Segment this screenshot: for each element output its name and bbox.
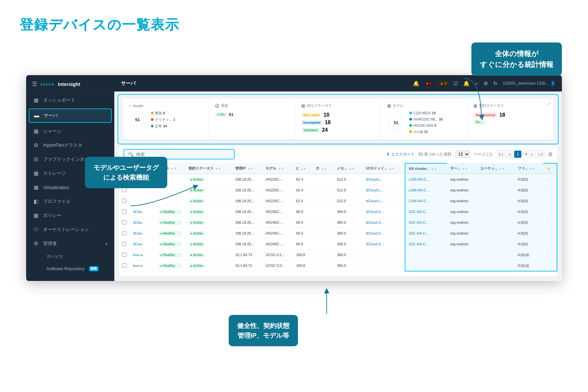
row-mem: 384.0 bbox=[334, 206, 362, 217]
sidebar-item-chassis[interactable]: ▦ シャーシ bbox=[26, 124, 114, 138]
row-dots[interactable]: ··· bbox=[543, 185, 557, 196]
row-model: HX220C-... bbox=[262, 185, 293, 196]
main-content: サーバ 🔔 ■ 1 ▲ 9 ☑ 🔔 ⌕ ⚙ ↻ 132631_sanomura … bbox=[114, 75, 562, 281]
column-settings-icon[interactable]: ⚙ bbox=[548, 151, 553, 157]
sidebar-item-label: ストレージ bbox=[43, 171, 66, 176]
next-page-btn[interactable]: ▷ bbox=[529, 151, 536, 158]
prev-page-btn[interactable]: ◁ bbox=[506, 151, 513, 158]
row-health: ●Healthy bbox=[155, 239, 185, 250]
per-page-select[interactable]: 13 25 50 bbox=[455, 151, 470, 158]
row-cpu: 60.0 bbox=[293, 217, 313, 228]
hcl-not-listed-tag: Not Listed bbox=[301, 113, 322, 118]
sidebar-item-server[interactable]: ▬ サーバ bbox=[29, 109, 111, 122]
data-table: 名前 ▲▼ ヘルス ▲▼ 契約ステータス ▲▼ 管理IP ▲▼ モデル ▲▼ C… bbox=[119, 163, 557, 271]
expand-icon[interactable]: ⤢ bbox=[547, 101, 551, 106]
col-ucs[interactable]: UCSドメイ... ▲▼ bbox=[363, 163, 405, 174]
row-checkbox[interactable] bbox=[119, 217, 130, 228]
first-page-btn[interactable]: |◁ bbox=[497, 151, 504, 158]
row-server bbox=[447, 260, 477, 271]
row-checkbox[interactable] bbox=[119, 206, 130, 217]
row-ucs bbox=[363, 250, 405, 260]
row-mem: 384.0 bbox=[334, 228, 362, 239]
sidebar-submenu-devices[interactable]: デバイス bbox=[43, 251, 114, 263]
sidebar-item-profiles[interactable]: ◧ プロファイル bbox=[26, 194, 114, 208]
software-repo-label: Software Repository bbox=[46, 266, 85, 271]
notification-badge-yellow: ▲ 9 bbox=[438, 81, 448, 86]
row-dots[interactable]: ··· bbox=[543, 228, 557, 239]
search-input[interactable] bbox=[136, 152, 230, 157]
sidebar-item-hyperflex[interactable]: ⚙ HyperFlexクラスタ bbox=[26, 138, 114, 152]
row-dots[interactable]: ··· bbox=[543, 239, 557, 250]
row-util bbox=[477, 196, 514, 206]
row-model: HX240C-... bbox=[262, 206, 293, 217]
row-mem: 384.0 bbox=[334, 250, 362, 260]
row-dots[interactable]: ··· bbox=[543, 174, 557, 185]
export-icon: ⬇ bbox=[386, 152, 390, 156]
sidebar-item-label: オーケストレーション bbox=[43, 227, 89, 233]
refresh-icon[interactable]: ↻ bbox=[493, 80, 498, 87]
row-checkbox[interactable] bbox=[119, 250, 130, 260]
row-checkbox[interactable] bbox=[119, 260, 130, 271]
row-time bbox=[313, 174, 334, 185]
model-total: 51 bbox=[390, 116, 402, 129]
row-time bbox=[313, 260, 334, 271]
contract-not-covered-tag: Not Covered bbox=[473, 113, 497, 118]
new-badge: 新着 bbox=[89, 266, 98, 271]
sidebar-item-admin[interactable]: ⚙ 管理者 ∧ bbox=[26, 237, 114, 251]
row-ucs: dCloud-S... bbox=[363, 217, 405, 228]
notification-badge-red: ■ 1 bbox=[425, 81, 433, 86]
row-fw: 4.0(1d) bbox=[514, 260, 543, 271]
table-row: dClou ●Healthy ● Active 198.19.25... HX2… bbox=[119, 206, 557, 217]
row-fw: 4.0(2l) bbox=[514, 196, 543, 206]
health-legend: 警告 6 クリティ... 1 正常 44 bbox=[151, 110, 175, 129]
row-ucs: dCloud-S... bbox=[363, 228, 405, 239]
row-util bbox=[477, 228, 514, 239]
col-ip[interactable]: 管理IP ▲▼ bbox=[232, 163, 262, 174]
sidebar-item-orchestration[interactable]: ⚇ オーケストレーション bbox=[26, 222, 114, 237]
hamburger-icon[interactable]: ☰ bbox=[32, 80, 37, 88]
col-time[interactable]: ⏱ ▲▼ bbox=[313, 163, 334, 174]
row-dots[interactable]: ··· bbox=[543, 250, 557, 260]
settings-icon[interactable]: ⚙ bbox=[483, 80, 488, 87]
table-row: esxi-a ●Healthy ● Active 10.1.64.73 UCSC… bbox=[119, 250, 557, 260]
sidebar-item-dashboard[interactable]: ▦ ダッシュボード bbox=[26, 93, 114, 107]
current-page[interactable]: 1 bbox=[514, 151, 521, 158]
row-cpu: 62.4 bbox=[293, 185, 313, 196]
row-dots[interactable]: ··· bbox=[543, 206, 557, 217]
col-server[interactable]: サー... ▲▼ bbox=[447, 163, 477, 174]
stat-hcl: ▦ HCLステータス Not Listed 10 Incomplete 18 bbox=[295, 99, 382, 139]
model-icon: ▦ bbox=[387, 103, 391, 108]
row-dots[interactable]: ··· bbox=[543, 196, 557, 206]
row-checkbox[interactable] bbox=[119, 228, 130, 239]
topbar: サーバ 🔔 ■ 1 ▲ 9 ☑ 🔔 ⌕ ⚙ ↻ 132631_sanomura … bbox=[114, 75, 562, 91]
col-action[interactable]: ⚡ bbox=[543, 163, 557, 174]
row-mem: 384.0 bbox=[334, 260, 362, 271]
export-button[interactable]: ⬇ エクスポート bbox=[386, 152, 415, 157]
chat-icon[interactable]: 🔔 bbox=[463, 80, 470, 87]
check-icon[interactable]: ☑ bbox=[453, 80, 458, 87]
col-model[interactable]: モデル ▲▼ bbox=[262, 163, 293, 174]
virtualization-icon: ▦ bbox=[33, 184, 39, 190]
col-hx[interactable]: HX cluster... ▲▼ bbox=[405, 163, 447, 174]
row-time bbox=[313, 239, 334, 250]
col-mem[interactable]: メモ... ▲▼ bbox=[334, 163, 362, 174]
sidebar-item-policies[interactable]: ▦ ポリシー bbox=[26, 208, 114, 222]
bell-icon[interactable]: 🔔 bbox=[413, 80, 419, 87]
row-cpu: 100.8 bbox=[293, 260, 313, 271]
row-checkbox[interactable] bbox=[119, 196, 130, 206]
row-checkbox[interactable] bbox=[119, 239, 130, 250]
col-cpu[interactable]: C ▲▼ bbox=[293, 163, 313, 174]
row-dots[interactable]: ··· bbox=[543, 260, 557, 271]
sidebar-item-label: サーバ bbox=[44, 113, 57, 119]
row-model: HX240C-... bbox=[262, 228, 293, 239]
sidebar-submenu-software-repo[interactable]: Software Repository 新着 bbox=[43, 263, 114, 274]
row-dots[interactable]: ··· bbox=[543, 217, 557, 228]
intersight-label: Intersight bbox=[58, 81, 80, 87]
search-topbar-icon[interactable]: ⌕ bbox=[475, 80, 478, 86]
last-page-btn[interactable]: ▷| bbox=[537, 151, 544, 158]
col-fw[interactable]: ファ... ▲▼ bbox=[514, 163, 543, 174]
table-scroll: 名前 ▲▼ ヘルス ▲▼ 契約ステータス ▲▼ 管理IP ▲▼ モデル ▲▼ C… bbox=[119, 163, 557, 276]
col-contract[interactable]: 契約ステータス ▲▼ bbox=[185, 163, 232, 174]
col-util[interactable]: ユーティ... ▲▼ bbox=[477, 163, 514, 174]
row-ucs: dCloud-S... bbox=[363, 239, 405, 250]
